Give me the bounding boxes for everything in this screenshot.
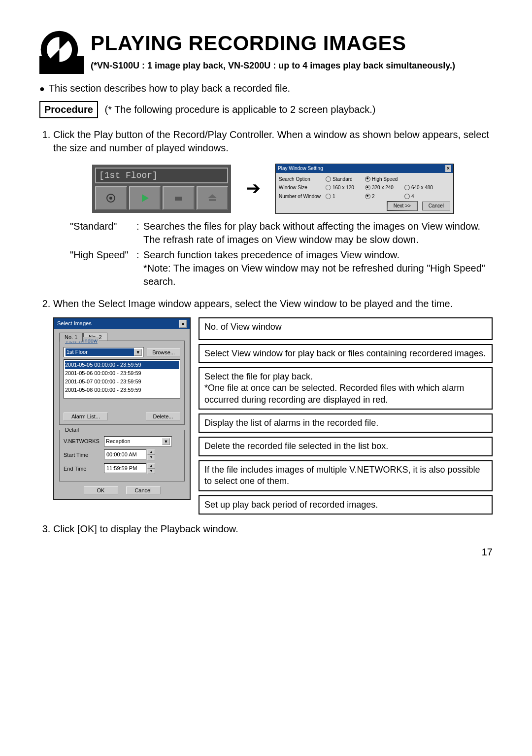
record-play-toolbar: [1st Floor] (92, 165, 231, 213)
cancel-button[interactable]: Cancel (126, 486, 161, 494)
arrow-right-icon: ➔ (246, 176, 261, 201)
dialog-title: Play Window Setting (278, 165, 323, 172)
next-button[interactable]: Next >> (387, 202, 417, 210)
chevron-up-icon: ▲ (147, 463, 155, 469)
page-number: 17 (39, 546, 493, 559)
eject-button[interactable] (197, 186, 229, 210)
highspeed-desc2: *Note: The images on View window may not… (143, 263, 485, 287)
window-size-label: Window Size (279, 184, 326, 191)
radio-160[interactable] (326, 185, 331, 190)
end-time-field[interactable]: 11:59:59 PM (104, 463, 146, 473)
chevron-up-icon: ▲ (147, 449, 155, 455)
callout-view-no: No. of View window (199, 317, 493, 340)
file-listbox[interactable]: 2001-05-05 00:00:00 - 23:59:59 2001-05-0… (64, 359, 180, 399)
pause-stop-button[interactable] (163, 186, 195, 210)
svg-rect-5 (175, 197, 182, 201)
highspeed-term: "High Speed" (70, 248, 136, 288)
radio-standard[interactable] (326, 176, 331, 182)
radio-num1[interactable] (326, 194, 331, 199)
end-time-label: End Time (64, 465, 104, 473)
ok-button[interactable]: OK (84, 486, 118, 494)
standard-term: "Standard" (70, 220, 136, 246)
svg-rect-7 (209, 199, 216, 201)
alarm-list-button[interactable]: Alarm List... (64, 412, 108, 420)
callout-period: Set up play back period of recorded imag… (199, 495, 493, 515)
close-icon[interactable]: × (179, 320, 187, 328)
radio-640[interactable] (404, 185, 410, 190)
detail-legend: Detail (64, 426, 80, 434)
procedure-note: (* The following procedure is applicable… (105, 104, 376, 115)
play-button[interactable] (129, 186, 161, 210)
callout-alarm-list: Display the list of alarms in the record… (199, 413, 493, 433)
search-option-label: Search Option (279, 176, 326, 183)
vnetworks-dropdown[interactable]: Reception ▼ (104, 436, 172, 447)
eject-icon (207, 193, 218, 204)
callout-delete: Delete the recorded file selected in the… (199, 437, 493, 456)
select-images-title: Select Images (57, 320, 92, 328)
chevron-down-icon: ▼ (134, 349, 142, 356)
tab-no1[interactable]: No. 1 (59, 333, 83, 342)
radio-num2[interactable] (365, 194, 370, 199)
stop-icon (173, 193, 184, 204)
list-item[interactable]: 2001-05-06 00:00:00 - 23:59:59 (65, 369, 179, 378)
play-icon (139, 193, 150, 204)
num-window-label: Number of Window (279, 193, 326, 200)
chevron-down-icon: ▼ (147, 469, 155, 474)
play-window-setting-dialog: Play Window Setting × Search Option Stan… (275, 164, 454, 214)
page-subtitle: (*VN-S100U : 1 image play back, VN-S200U… (91, 60, 455, 71)
slash-circle-icon (39, 30, 84, 74)
select-images-dialog: Select Images × No. 1 No. 2 View Window … (53, 317, 191, 501)
toolbar-title: [1st Floor] (95, 168, 228, 183)
radio-num4[interactable] (404, 194, 410, 199)
close-icon[interactable]: × (445, 165, 451, 172)
highspeed-desc1: Search function takes precedence of imag… (143, 249, 399, 260)
end-time-spinner[interactable]: ▲▼ (147, 463, 155, 474)
vnetworks-label: V.NETWORKS (64, 438, 104, 445)
cancel-button[interactable]: Cancel (422, 202, 450, 210)
page-title: PLAYING RECORDING IMAGES (91, 30, 455, 58)
record-icon (105, 193, 116, 204)
start-time-spinner[interactable]: ▲▼ (147, 449, 155, 460)
radio-320[interactable] (365, 185, 370, 190)
callout-select-view: Select View window for play back or file… (199, 344, 493, 363)
step-2-text: When the Select Image window appears, se… (53, 298, 453, 309)
record-button[interactable] (95, 186, 127, 210)
step-1-text: Click the Play button of the Record/Play… (53, 129, 489, 153)
radio-highspeed[interactable] (365, 176, 370, 182)
callout-vnetworks: If the file includes images of multiple … (199, 460, 493, 491)
chevron-down-icon: ▼ (162, 438, 170, 445)
start-time-field[interactable]: 00:00:00 AM (104, 449, 146, 459)
svg-marker-4 (142, 194, 149, 202)
browse-button[interactable]: Browse... (147, 348, 180, 356)
view-window-dropdown[interactable]: 1st Floor ▼ (64, 347, 144, 357)
intro-text: This section describes how to play back … (49, 82, 290, 95)
bullet-icon: ● (39, 83, 45, 95)
standard-desc: Searches the files for play back without… (143, 220, 493, 246)
step-3-text: Click [OK] to display the Playback windo… (53, 523, 238, 534)
procedure-label: Procedure (39, 101, 98, 118)
svg-marker-6 (208, 194, 217, 198)
list-item[interactable]: 2001-05-08 00:00:00 - 23:59:59 (65, 386, 179, 394)
list-item[interactable]: 2001-05-05 00:00:00 - 23:59:59 (65, 361, 179, 369)
chevron-down-icon: ▼ (147, 455, 155, 460)
delete-button[interactable]: Delete... (146, 412, 180, 420)
callout-select-file: Select the file for play back. *One file… (199, 367, 493, 410)
list-item[interactable]: 2001-05-07 00:00:00 - 23:59:59 (65, 378, 179, 386)
start-time-label: Start Time (64, 451, 104, 459)
svg-point-3 (109, 197, 112, 200)
